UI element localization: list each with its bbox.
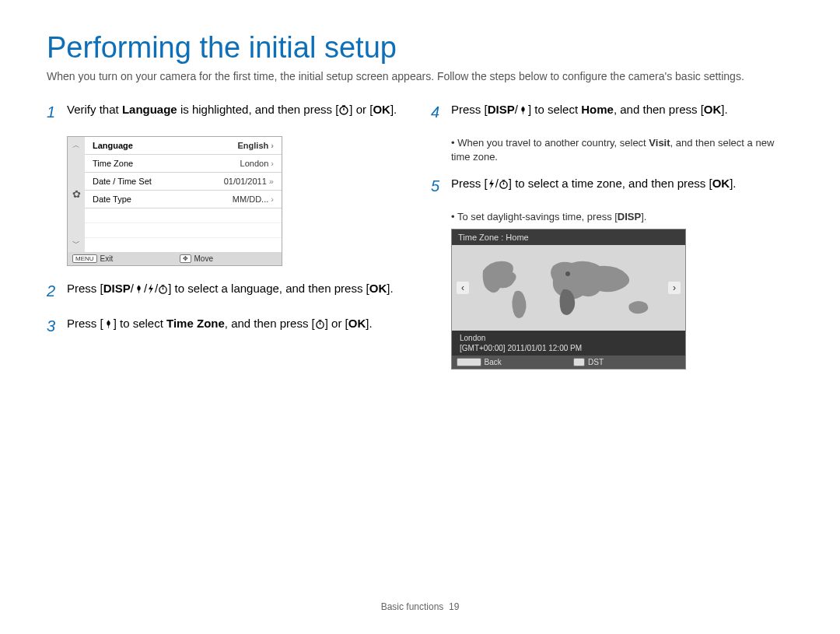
- step-text: ] to select a time zone, and then press …: [509, 177, 712, 190]
- row-label: Date / Time Set: [93, 177, 152, 186]
- step-text: ].: [390, 103, 397, 116]
- svg-point-3: [159, 286, 166, 293]
- step-text: Verify that: [67, 103, 122, 116]
- disp-label: DISP: [618, 211, 641, 222]
- step-text: ] to select: [528, 103, 581, 116]
- chevron-down-icon: ﹀: [72, 238, 80, 249]
- flash-icon: [147, 282, 155, 299]
- menu-tag-icon: MENU: [457, 358, 481, 366]
- right-column: 4 Press [DISP/] to select Home, and then…: [431, 101, 793, 370]
- bullet-bold: Visit: [649, 137, 670, 149]
- macro-icon: [518, 103, 528, 120]
- gear-icon: ✿: [72, 188, 81, 200]
- step-bold: Time Zone: [166, 317, 225, 330]
- chevron-up-icon: ︿: [72, 140, 80, 151]
- svg-point-9: [500, 181, 507, 188]
- menu-tag-icon: MENU: [72, 254, 97, 263]
- lcd-row-datetype: Date TypeMM/DD...: [85, 191, 282, 208]
- chevron-right-icon: ›: [668, 282, 681, 294]
- step-number: 1: [47, 101, 61, 124]
- ok-label: OK: [704, 103, 722, 116]
- lcd2-foot-left: Back: [485, 358, 502, 366]
- footer-section: Basic functions: [381, 601, 444, 612]
- step-number: 5: [431, 175, 445, 198]
- row-value: MM/DD...: [233, 194, 274, 204]
- step-number: 3: [47, 315, 61, 338]
- bullet-text: To set daylight-savings time, press [: [457, 211, 618, 222]
- step-1: 1 Verify that Language is highlighted, a…: [47, 101, 409, 124]
- step-4-bullet: When you travel to another country, sele…: [451, 136, 793, 164]
- svg-point-12: [565, 271, 570, 276]
- lcd2-stamp: [GMT+00:00] 2011/01/01 12:00 PM: [460, 343, 677, 353]
- row-value: English: [238, 141, 274, 150]
- timer-icon: [315, 317, 325, 334]
- bullet-text: When you travel to another country, sele…: [457, 137, 649, 149]
- lcd2-footer: MENUBack ✥DST: [452, 356, 685, 369]
- step-text: ] or [: [325, 317, 348, 330]
- lcd-sidebar: ︿ ✿ ﹀: [68, 137, 85, 252]
- timer-icon: [499, 177, 509, 194]
- step-text: ].: [721, 103, 727, 116]
- step-2: 2 Press [DISP///] to select a language, …: [47, 280, 409, 303]
- dpad-icon: ✥: [573, 358, 585, 366]
- macro-icon: [103, 317, 114, 334]
- svg-point-6: [317, 321, 324, 328]
- step-5: 5 Press [/] to select a time zone, and t…: [431, 175, 793, 198]
- step-text: Press [: [67, 282, 103, 295]
- dpad-icon: ✥: [180, 254, 191, 263]
- footer-page: 19: [449, 601, 459, 612]
- world-map-icon: [471, 249, 666, 327]
- lcd-settings-mock: ︿ ✿ ﹀ LanguageEnglish Time ZoneLondon Da…: [67, 136, 282, 266]
- row-value: London: [240, 159, 274, 168]
- step-text: is highlighted, and then press [: [177, 103, 339, 116]
- step-text: ].: [366, 317, 372, 330]
- ok-label: OK: [712, 177, 730, 190]
- lcd-row-language: LanguageEnglish: [85, 137, 282, 155]
- row-label: Date Type: [93, 194, 131, 204]
- page-footer: Basic functions 19: [0, 601, 840, 612]
- lcd2-title: Time Zone : Home: [452, 229, 685, 245]
- page-title: Performing the initial setup: [47, 31, 793, 65]
- lcd-row-timezone: Time ZoneLondon: [85, 155, 282, 173]
- lcd-foot-left: Exit: [100, 254, 114, 263]
- flash-icon: [488, 177, 495, 194]
- step-text: ] to select a language, and then press [: [168, 282, 369, 295]
- chevron-left-icon: ‹: [457, 282, 469, 294]
- step-text: ].: [387, 282, 393, 295]
- ok-label: OK: [348, 317, 366, 330]
- step-bold: Language: [122, 103, 177, 116]
- step-text: ] to select: [114, 317, 166, 330]
- step-3: 3 Press [] to select Time Zone, and then…: [47, 315, 409, 338]
- lcd2-foot-right: DST: [588, 358, 604, 366]
- lcd-row-datetime: Date / Time Set01/01/2011: [85, 173, 282, 191]
- step-number: 4: [431, 101, 445, 124]
- lcd-rows: LanguageEnglish Time ZoneLondon Date / T…: [85, 137, 282, 252]
- lcd2-map: ‹ ›: [452, 245, 685, 331]
- step-5-bullet: To set daylight-savings time, press [DIS…: [451, 210, 793, 224]
- timer-icon: [158, 282, 168, 299]
- step-text: ] or [: [349, 103, 373, 116]
- step-text: ].: [730, 177, 736, 190]
- lcd-footer: MENUExit ✥Move: [68, 252, 282, 265]
- disp-label: DISP: [488, 103, 515, 116]
- step-bold: Home: [581, 103, 614, 116]
- timer-icon: [338, 103, 349, 120]
- lcd2-city: London: [460, 333, 677, 343]
- disp-label: DISP: [103, 282, 131, 295]
- step-number: 2: [47, 280, 61, 303]
- row-value: 01/01/2011: [224, 177, 274, 186]
- step-text: , and then press [: [614, 103, 704, 116]
- bullet-text: ].: [641, 211, 646, 222]
- step-text: Press [: [451, 103, 488, 116]
- step-4: 4 Press [DISP/] to select Home, and then…: [431, 101, 793, 124]
- ok-label: OK: [373, 103, 390, 116]
- lcd-foot-right: Move: [194, 254, 213, 263]
- intro-text: When you turn on your camera for the fir…: [47, 69, 793, 84]
- ok-label: OK: [369, 282, 387, 295]
- row-label: Language: [93, 141, 133, 150]
- left-column: 1 Verify that Language is highlighted, a…: [47, 101, 409, 370]
- lcd-timezone-mock: Time Zone : Home ‹ ›: [451, 229, 686, 370]
- row-label: Time Zone: [93, 159, 133, 168]
- lcd2-info: London [GMT+00:00] 2011/01/01 12:00 PM: [452, 331, 685, 356]
- step-text: Press [: [451, 177, 488, 190]
